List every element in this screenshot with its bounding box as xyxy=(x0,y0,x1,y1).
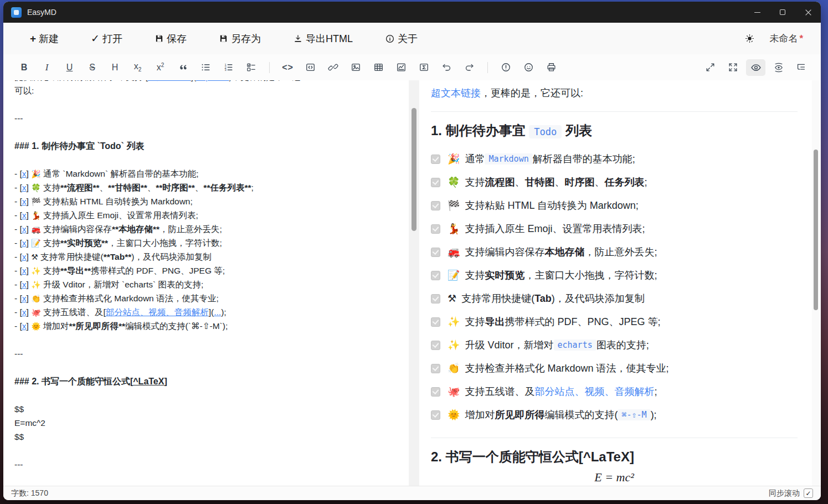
plus-icon: + xyxy=(30,33,36,44)
focus-preview-button[interactable] xyxy=(769,59,788,76)
todo-checkbox-checked[interactable] xyxy=(431,178,440,187)
italic-button[interactable]: I xyxy=(37,59,56,76)
inline-link[interactable]: ... xyxy=(214,307,221,317)
inline-link[interactable]: x xyxy=(22,307,27,317)
close-button[interactable] xyxy=(795,2,821,23)
print-button[interactable] xyxy=(542,59,561,76)
text-span: ### 1. 制作待办事宜 `Todo` 列表 xyxy=(14,141,144,151)
chart-button[interactable] xyxy=(392,59,411,76)
text-span: 支持粘贴 HTML 自动转换为 Markdown; xyxy=(465,199,638,212)
inline-link[interactable]: 超文本链接 xyxy=(431,88,481,99)
editor-line: - [x] 🚒 支持编辑内容保存**本地存储**，防止意外丢失; xyxy=(14,222,404,236)
inline-link[interactable]: https://... xyxy=(196,80,229,81)
todo-checkbox-checked[interactable] xyxy=(431,294,440,304)
underline-button[interactable]: U xyxy=(60,59,79,76)
inline-link[interactable]: x xyxy=(22,266,27,275)
list-unordered-button[interactable] xyxy=(196,59,215,76)
minimize-button[interactable] xyxy=(744,2,770,23)
list-ordered-button[interactable]: 123 xyxy=(219,59,238,76)
todo-checkbox-checked[interactable] xyxy=(431,364,440,373)
text-span: 支持检查并格式化 Markdown 语法，使其专业; xyxy=(465,362,668,375)
outline-button[interactable] xyxy=(791,59,811,76)
inline-link[interactable]: 超文本链接 xyxy=(148,80,191,81)
document-title: 未命名* xyxy=(769,32,803,45)
about-button[interactable]: 关于 xyxy=(385,32,418,45)
markdown-source-editor[interactable]: 提供所见即所得的编辑体验；支持 [超文本链接](https://...)，更棒的… xyxy=(3,80,409,486)
export-html-button[interactable]: 导出HTML xyxy=(293,32,353,45)
todo-checkbox-checked[interactable] xyxy=(431,224,440,234)
emoji-button[interactable] xyxy=(519,59,538,76)
svg-text:3: 3 xyxy=(224,68,227,71)
open-button[interactable]: ✓打开 xyxy=(91,32,122,45)
sync-scroll-checkbox[interactable]: ✓ xyxy=(804,488,813,498)
editor-scrollbar[interactable] xyxy=(409,80,419,486)
four-leaf-clover-emoji: 🍀 xyxy=(448,176,460,188)
text-span: - [ xyxy=(14,224,22,234)
text-span: ; xyxy=(644,177,647,188)
todo-checkbox-checked[interactable] xyxy=(431,201,440,210)
subscript-button[interactable]: x2 xyxy=(128,59,147,76)
save-button[interactable]: 保存 xyxy=(155,32,187,45)
editor-scrollbar-thumb[interactable] xyxy=(412,108,416,231)
app-title: EasyMD xyxy=(27,8,56,17)
table-button[interactable] xyxy=(369,59,388,76)
editor-blank-line xyxy=(14,125,404,139)
sync-scroll-control: 同步滚动 ✓ xyxy=(769,488,813,498)
bold-button[interactable]: B xyxy=(14,59,34,76)
preview-eye-button[interactable] xyxy=(746,59,765,76)
quote-button[interactable] xyxy=(173,59,193,76)
todo-checkbox-checked[interactable] xyxy=(431,155,440,164)
todo-checkbox-checked[interactable] xyxy=(431,248,440,257)
inline-link[interactable]: x xyxy=(22,224,27,234)
text-span: )，及代码块添加复制 xyxy=(131,252,212,261)
inline-link[interactable]: x xyxy=(22,183,27,192)
inline-link[interactable]: x xyxy=(22,169,27,178)
preview-scrollbar-thumb[interactable] xyxy=(814,150,818,310)
todo-checkbox-checked[interactable] xyxy=(431,341,440,350)
inline-link[interactable]: 部分站点、视频、音频解析 xyxy=(534,385,654,398)
inline-link[interactable]: x xyxy=(22,197,27,206)
formula-button[interactable] xyxy=(414,59,434,76)
redo-button[interactable] xyxy=(460,59,479,76)
todo-item: 🐙支持五线谱、及部分站点、视频、音频解析; xyxy=(431,380,798,403)
inline-link[interactable]: x xyxy=(22,238,27,248)
editor-line: --- xyxy=(14,347,404,361)
shrink-button[interactable] xyxy=(701,59,720,76)
inline-link[interactable]: 部分站点、视频、音频解析 xyxy=(106,307,209,317)
text-span: **本地存储** xyxy=(112,224,160,234)
new-button[interactable]: +新建 xyxy=(30,32,59,45)
text-span: - [ xyxy=(14,266,22,275)
inline-link[interactable]: x xyxy=(22,294,27,303)
image-button[interactable] xyxy=(346,59,366,76)
preview-scrollbar[interactable] xyxy=(812,80,820,486)
subscript-icon: x2 xyxy=(134,61,142,73)
text-span: ] xyxy=(27,252,32,261)
undo-button[interactable] xyxy=(437,59,456,76)
save-as-button[interactable]: 另存为 xyxy=(219,32,261,45)
inline-link[interactable]: x xyxy=(22,280,27,289)
code-block-button[interactable] xyxy=(301,59,320,76)
formula-icon xyxy=(419,62,429,73)
todo-checkbox-checked[interactable] xyxy=(431,271,440,280)
theme-toggle-button[interactable] xyxy=(744,33,755,44)
list-task-button[interactable] xyxy=(241,59,261,76)
code-inline-button[interactable]: <> xyxy=(278,59,297,76)
todo-item: 🍀支持流程图、甘特图、时序图、任务列表; xyxy=(431,171,798,194)
text-span: ] xyxy=(27,169,32,178)
todo-checkbox-checked[interactable] xyxy=(431,317,440,327)
todo-checkbox-checked[interactable] xyxy=(431,387,440,397)
strikethrough-button[interactable]: S xyxy=(83,59,102,76)
fullscreen-button[interactable] xyxy=(723,59,743,76)
titlebar[interactable]: EasyMD xyxy=(3,2,821,23)
link-button[interactable] xyxy=(323,59,343,76)
editor-blank-line xyxy=(14,361,404,374)
inline-link[interactable]: x xyxy=(22,210,27,220)
inline-link[interactable]: x xyxy=(22,252,27,261)
info-button[interactable] xyxy=(496,59,516,76)
inline-link[interactable]: x xyxy=(22,321,27,331)
preview-pane[interactable]: 超文本链接，更棒的是，它还可以: 1. 制作待办事宜 Todo 列表 🎉通常 M… xyxy=(419,80,812,486)
superscript-button[interactable]: x2 xyxy=(151,59,170,76)
heading-button[interactable]: H xyxy=(105,59,125,76)
todo-checkbox-checked[interactable] xyxy=(431,410,440,420)
maximize-button[interactable] xyxy=(770,2,795,23)
